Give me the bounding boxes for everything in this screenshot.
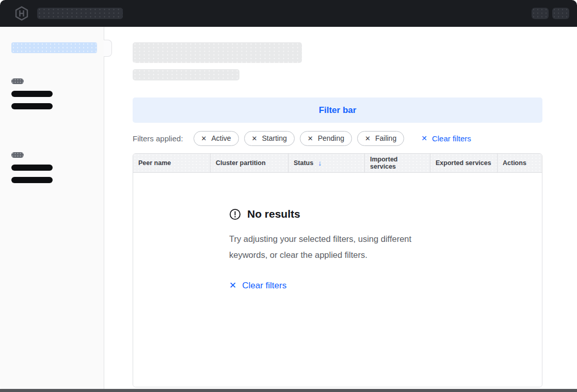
filter-pill-label: Starting bbox=[262, 134, 286, 142]
column-header-label: Imported services bbox=[370, 156, 425, 170]
dismiss-icon[interactable]: ✕ bbox=[365, 135, 371, 142]
empty-state: No results Try adjusting your selected f… bbox=[229, 208, 446, 291]
column-header-peer-name: Peer name bbox=[133, 154, 210, 172]
topbar-search-skeleton[interactable] bbox=[37, 8, 123, 19]
column-header-cluster-partition: Cluster partition bbox=[210, 154, 288, 172]
alert-circle-icon bbox=[229, 208, 241, 220]
dismiss-icon[interactable]: ✕ bbox=[201, 135, 207, 142]
empty-state-description: Try adjusting your selected filters, usi… bbox=[229, 231, 424, 263]
filter-pill-active[interactable]: ✕ Active bbox=[194, 131, 239, 146]
applied-filters-row: Filters applied: ✕ Active ✕ Starting ✕ P… bbox=[133, 130, 542, 146]
sidebar-nav-item-skeleton-3[interactable] bbox=[11, 165, 53, 171]
dismiss-icon[interactable]: ✕ bbox=[308, 135, 313, 142]
filter-pill-starting[interactable]: ✕ Starting bbox=[244, 131, 295, 146]
sidebar-nav-item-skeleton-1[interactable] bbox=[11, 91, 53, 97]
page-subtitle-skeleton bbox=[133, 69, 239, 80]
sort-descending-icon: ↓ bbox=[318, 159, 322, 167]
sidebar-collapse-handle[interactable] bbox=[104, 40, 112, 57]
empty-state-clear-filters-link[interactable]: ✕ Clear filters bbox=[229, 280, 286, 291]
column-header-label: Peer name bbox=[138, 159, 171, 167]
topbar-action-button-skeleton-2[interactable] bbox=[552, 8, 569, 19]
dismiss-icon[interactable]: ✕ bbox=[252, 135, 258, 142]
filter-pill-label: Failing bbox=[375, 134, 396, 142]
empty-state-title: No results bbox=[247, 208, 300, 220]
window-bottom-edge bbox=[0, 389, 577, 392]
sidebar-section-label-skeleton-2 bbox=[11, 152, 24, 158]
sidebar-nav-item-skeleton-4[interactable] bbox=[11, 177, 53, 183]
top-navigation-bar bbox=[0, 0, 577, 27]
sidebar-section-label-skeleton-1 bbox=[11, 78, 24, 84]
empty-state-clear-filters-label: Clear filters bbox=[242, 281, 286, 291]
page-title-skeleton bbox=[133, 42, 302, 63]
filter-bar-placeholder: Filter bar bbox=[133, 97, 542, 123]
table-header-row: Peer name Cluster partition Status ↓ Imp… bbox=[133, 154, 542, 173]
peers-table: Peer name Cluster partition Status ↓ Imp… bbox=[133, 153, 542, 387]
column-header-label: Cluster partition bbox=[216, 159, 266, 167]
filters-applied-label: Filters applied: bbox=[133, 134, 183, 143]
dismiss-icon: ✕ bbox=[229, 280, 236, 291]
column-header-label: Status bbox=[294, 159, 313, 167]
column-header-actions: Actions bbox=[497, 154, 542, 172]
filter-pill-pending[interactable]: ✕ Pending bbox=[300, 131, 352, 146]
sidebar-selected-item-skeleton[interactable] bbox=[11, 42, 97, 53]
dismiss-icon: ✕ bbox=[421, 134, 427, 142]
column-header-label: Actions bbox=[503, 159, 526, 167]
hashicorp-logo-icon bbox=[14, 6, 29, 21]
clear-filters-label: Clear filters bbox=[432, 134, 471, 143]
filter-pill-label: Active bbox=[211, 134, 231, 142]
table-body: No results Try adjusting your selected f… bbox=[133, 208, 542, 387]
sidebar bbox=[0, 27, 104, 390]
sidebar-nav-item-skeleton-2[interactable] bbox=[11, 103, 53, 109]
column-header-label: Exported services bbox=[436, 159, 491, 167]
main-content: Filter bar Filters applied: ✕ Active ✕ S… bbox=[104, 27, 577, 390]
clear-filters-link[interactable]: ✕ Clear filters bbox=[421, 134, 471, 143]
column-header-exported-services: Exported services bbox=[430, 154, 497, 172]
column-header-imported-services: Imported services bbox=[364, 154, 430, 172]
filter-pill-label: Pending bbox=[318, 134, 344, 142]
column-header-status[interactable]: Status ↓ bbox=[288, 154, 364, 172]
topbar-action-button-skeleton-1[interactable] bbox=[532, 8, 549, 19]
filter-pill-failing[interactable]: ✕ Failing bbox=[357, 131, 404, 146]
filter-bar-label: Filter bar bbox=[319, 105, 357, 116]
app-window: Filter bar Filters applied: ✕ Active ✕ S… bbox=[0, 0, 577, 390]
